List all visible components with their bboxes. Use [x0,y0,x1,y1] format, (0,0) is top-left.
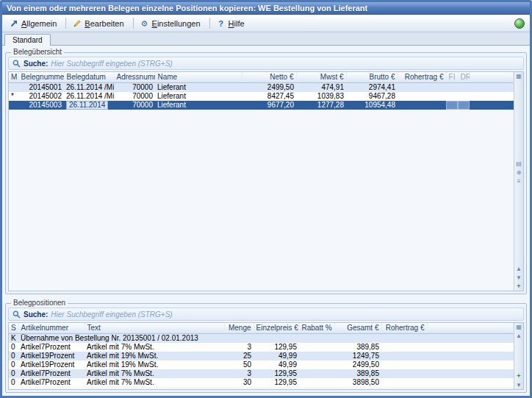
table-row[interactable]: 0 Artikel19Prozent Artikel mit 19% MwSt.… [9,352,514,360]
cell-s: 0 [9,369,18,378]
dialog-window: Von einem oder mehreren Belegen einzelne… [0,0,532,398]
date-editor[interactable]: 26.11.2014 [66,101,108,110]
strip-top: ▦ [515,73,523,79]
table-row[interactable]: 0 Artikel7Prozent Artikel mit 7% MwSt. 3… [9,378,514,387]
cell-filler [427,360,514,369]
einstellungen-button[interactable]: ⚙ Einstellungen [136,16,207,30]
positionen-gridarea: S Artikelnummer Text Menge Einzelpreis €… [9,323,514,389]
table-row[interactable]: 0 Artikel7Prozent Artikel mit 7% MwSt. 3… [9,369,514,378]
scroll-up-icon[interactable]: ▲ [515,333,523,339]
scroll-down-icon[interactable]: ▼ [515,274,523,281]
cell-filler [470,92,514,101]
cell-rabatt [299,378,334,387]
add-icon[interactable]: + [515,373,523,380]
allgemein-button[interactable]: Allgemein [5,16,63,30]
cell-rohertrag [381,343,427,352]
table-row[interactable]: * 20145002 26.11.2014 /Mi 70000 Lieferan… [9,92,514,101]
cell-artikelnummer: Artikel7Prozent [18,378,85,387]
cell-filler [470,101,514,110]
header-adressnummer[interactable]: Adressnumm [114,72,155,82]
info-row[interactable]: K Übernahme von Bestellung Nr. 20135001 … [9,333,514,343]
table-row[interactable]: 0 Artikel7Prozent Artikel mit 7% MwSt. 3… [9,343,514,352]
table-row[interactable]: 20145001 26.11.2014 /Mi 70000 Lieferant … [9,82,514,92]
header-belegdatum[interactable]: Belegdatum [64,72,114,82]
header-s[interactable]: S [9,323,18,333]
header-rabatt[interactable]: Rabatt % [299,323,334,333]
title-bar[interactable]: Von einem oder mehreren Belegen einzelne… [2,2,530,15]
scroll-down-icon[interactable]: ▼ [515,382,523,388]
strip-bottom: + ▼ [515,373,523,388]
cell-rohertrag [398,92,446,101]
hilfe-button[interactable]: ? Hilfe [212,16,251,30]
uebersicht-empty-area [9,110,514,291]
cell-text: Artikel mit 7% MwSt. [85,378,224,387]
strip-top: ▦ ▲ [515,324,523,339]
header-m[interactable]: M [9,72,18,82]
cell-name: Lieferant [155,82,242,92]
gear-icon: ⚙ [140,19,149,28]
table-row[interactable]: 0 Artikel19Prozent Artikel mit 19% MwSt.… [9,360,514,369]
toolbar-separator [133,18,134,29]
positionen-search-input[interactable] [51,310,520,319]
uebersicht-search-input[interactable] [51,60,520,68]
cell-belegdatum: 26.11.2014 [64,101,114,110]
header-netto[interactable]: Netto € [242,72,296,82]
cell-fi [446,92,458,101]
globe-icon[interactable] [514,18,525,29]
cell-brutto: 2974,41 [346,82,398,92]
add-icon[interactable]: + [515,283,523,290]
column-options-icon[interactable]: ▦ [515,324,523,330]
cell-filler [427,343,514,352]
cell-filler [470,82,514,92]
header-mwst[interactable]: Mwst € [296,72,346,82]
toolbar-separator [65,18,66,29]
cell-dr [458,101,470,110]
positionen-empty-area [9,387,514,390]
cell-netto: 9677,20 [242,101,296,110]
tab-standard[interactable]: Standard [4,34,51,46]
header-rohertrag[interactable]: Rohertrag € [381,323,427,333]
cell-rohertrag [381,378,427,387]
zoom-icon[interactable]: ⊕ [515,169,523,176]
cell-belegdatum: 26.11.2014 /Mi [64,92,114,101]
header-name[interactable]: Name [155,72,242,82]
cell-belegnummer: 20145002 [18,92,64,101]
beleguebersicht-group: Belegübersicht Suche: [5,52,527,294]
header-dr[interactable]: DR [458,72,470,82]
header-gesamt[interactable]: Gesamt € [334,323,381,333]
help-icon: ? [217,19,226,28]
cell-fi [446,82,458,92]
bearbeiten-button[interactable]: Bearbeiten [68,16,130,30]
belegpositionen-group-label: Belegpositionen [11,299,68,308]
tab-strip: Standard [2,32,530,46]
cell-mwst: 1039,83 [296,92,346,101]
table-row-selected[interactable]: 20145003 26.11.2014 70000 Lieferant 9677… [9,101,514,110]
header-einzelpreis[interactable]: Einzelpreis € [254,323,299,333]
header-fi[interactable]: FI [446,72,458,82]
header-brutto[interactable]: Brutto € [346,72,398,82]
details-icon[interactable]: ▤ [515,160,523,167]
hilfe-label: Hilfe [229,19,245,28]
header-belegnummer[interactable]: Belegnumme [18,72,64,82]
strip-bottom: ▲ ▼ + [515,266,523,290]
cell-einzelpreis: 129,95 [254,343,299,352]
cell-filler [427,333,514,343]
header-artikelnummer[interactable]: Artikelnummer [18,323,85,333]
cell-rabatt [299,369,334,378]
cell-s: 0 [9,343,18,352]
cell-m [9,82,18,92]
column-options-icon[interactable]: ▦ [515,73,523,79]
header-text[interactable]: Text [85,323,224,333]
cell-netto: 8427,45 [242,92,296,101]
cell-menge: 3 [224,369,254,378]
window-title: Von einem oder mehreren Belegen einzelne… [7,4,367,13]
header-filler [470,72,514,82]
cell-artikelnummer: Artikel19Prozent [18,360,85,369]
header-menge[interactable]: Menge [224,323,254,333]
header-rohertrag[interactable]: Rohertrag € [398,72,446,82]
cell-fi [446,101,458,110]
positionen-side-strip: ▦ ▲ + ▼ [514,323,523,389]
list-icon[interactable]: ≡ [515,178,523,185]
scroll-up-icon[interactable]: ▲ [515,266,523,272]
cell-gesamt: 389,85 [334,343,381,352]
